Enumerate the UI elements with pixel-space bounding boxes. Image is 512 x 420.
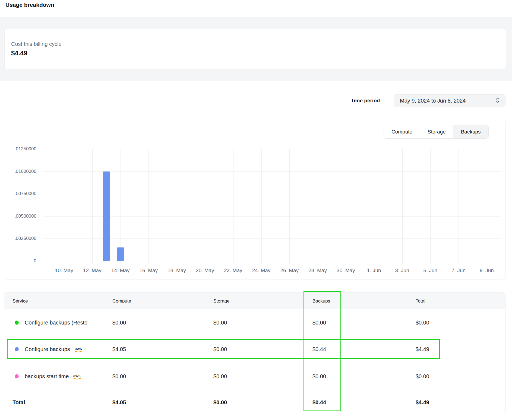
total-compute-value: $4.05 (112, 399, 126, 405)
x-axis-tick-label: 9. Jun (480, 268, 494, 273)
billing-cycle-cost-label: Cost this billing cycle (11, 41, 506, 47)
x-gridline (374, 149, 374, 264)
column-header-storage: Storage (213, 293, 230, 309)
series-color-dot (15, 374, 19, 378)
service-name: backups start timeaws (25, 372, 82, 380)
x-axis-tick-label: 30. May (337, 268, 355, 273)
column-header-compute: Compute (112, 293, 131, 309)
table-row: Configure backupsaws$4.05$0.00$0.44$4.49 (4, 336, 505, 363)
chart-metric-tabs: ComputeStorageBackups (384, 125, 489, 139)
y-gridline (43, 171, 501, 172)
backups-cost-value: $0.44 (312, 346, 326, 352)
total-storage-value: $0.00 (213, 399, 227, 405)
x-axis-tick-label: 1. Jun (367, 268, 381, 273)
column-header-total: Total (416, 293, 425, 309)
bar-13-may (103, 171, 110, 261)
x-axis-tick-label: 5. Jun (423, 268, 437, 273)
series-color-dot (15, 320, 19, 324)
total-backups-value: $0.44 (312, 399, 326, 405)
usage-breakdown-page: { "page": { "title": "Usage breakdown" }… (0, 0, 512, 420)
time-period-value: May 9, 2024 to Jun 8, 2024 (400, 98, 466, 104)
total-total-value: $4.49 (416, 399, 429, 405)
x-gridline (318, 149, 318, 264)
tab-compute[interactable]: Compute (384, 125, 420, 138)
column-header-service: Service (12, 293, 28, 309)
billing-cycle-cost-card: Cost this billing cycle $4.49 (4, 28, 506, 69)
y-gridline (43, 261, 501, 261)
storage-cost-value: $0.00 (213, 346, 227, 352)
svg-text:aws: aws (73, 374, 81, 378)
x-axis-tick-label: 28. May (308, 268, 327, 273)
x-gridline (346, 149, 346, 264)
x-gridline (430, 149, 431, 264)
x-gridline (402, 149, 403, 264)
x-axis-tick-label: 24. May (252, 268, 271, 273)
aws-logo-icon: aws (72, 374, 82, 380)
total-cost-value: $4.49 (416, 346, 429, 352)
compute-cost-value: $0.00 (112, 319, 126, 326)
y-axis-tick-label: .00250000 (4, 236, 36, 241)
table-row: backups start timeaws$0.00$0.00$0.00$0.0… (4, 363, 505, 390)
aws-logo-icon: aws (74, 347, 83, 353)
table-row: Configure backups (Resto$0.00$0.00$0.00$… (4, 309, 505, 336)
y-axis-tick-label: .00500000 (4, 214, 36, 219)
bar-14-may (117, 247, 124, 261)
y-gridline (43, 149, 501, 149)
time-period-select[interactable]: May 9, 2024 to Jun 8, 2024 (394, 94, 505, 107)
x-gridline (261, 149, 262, 264)
y-gridline (43, 238, 501, 239)
compute-cost-value: $0.00 (112, 373, 126, 380)
summary-band: Cost this billing cycle $4.49 (0, 17, 512, 81)
table-header-row: ServiceComputeStorageBackupsTotal (4, 293, 505, 309)
y-axis-tick-label: 0 (4, 258, 36, 264)
x-gridline (121, 149, 121, 264)
y-gridline (43, 194, 501, 194)
x-gridline (148, 149, 149, 264)
x-axis-tick-label: 14. May (111, 268, 130, 273)
service-name: Configure backupsaws (25, 345, 83, 353)
x-axis-tick-label: 7. Jun (451, 268, 466, 273)
page-title: Usage breakdown (5, 2, 54, 8)
select-updown-chevron-icon (495, 97, 500, 104)
backups-cost-value: $0.00 (312, 373, 326, 380)
y-axis-tick-label: .01000000 (4, 169, 36, 174)
x-gridline (233, 149, 233, 264)
y-gridline (43, 216, 501, 217)
svg-text:aws: aws (75, 347, 82, 351)
tab-backups[interactable]: Backups (453, 125, 488, 138)
column-header-backups: Backups (312, 293, 330, 309)
x-gridline (64, 149, 64, 264)
x-axis-tick-label: 10. May (55, 268, 73, 273)
y-axis-tick-label: .00750000 (4, 191, 36, 196)
table-total-row: Total$4.05$0.00$0.44$4.49 (4, 390, 505, 414)
tab-storage[interactable]: Storage (420, 125, 453, 138)
x-axis-tick-label: 18. May (167, 268, 186, 273)
x-axis-tick-label: 26. May (280, 268, 299, 273)
x-axis-tick-label: 22. May (224, 268, 242, 273)
x-gridline (205, 149, 205, 264)
series-color-dot (15, 347, 19, 351)
x-axis-tick-label: 12. May (83, 268, 102, 273)
service-name: Configure backups (Resto (25, 319, 87, 326)
backups-cost-value: $0.00 (312, 319, 326, 326)
storage-cost-value: $0.00 (213, 373, 227, 380)
compute-cost-value: $4.05 (112, 346, 126, 352)
total-cost-value: $0.00 (416, 373, 429, 380)
chart-card: ComputeStorageBackups .01250000.01000000… (4, 120, 505, 279)
x-gridline (459, 149, 459, 264)
total-cost-value: $0.00 (416, 319, 429, 326)
usage-table: ServiceComputeStorageBackupsTotal Config… (4, 292, 505, 414)
time-period-label: Time period (351, 98, 380, 104)
x-gridline (177, 149, 177, 264)
y-axis-tick-label: .01250000 (4, 146, 36, 152)
billing-cycle-cost-value: $4.49 (11, 49, 506, 57)
x-gridline (289, 149, 290, 264)
x-axis-tick-label: 16. May (140, 268, 158, 273)
x-axis-tick-label: 3. Jun (395, 268, 409, 273)
total-row-label: Total (12, 399, 25, 405)
x-axis-tick-label: 20. May (196, 268, 214, 273)
x-gridline (92, 149, 93, 264)
x-gridline (487, 149, 487, 264)
storage-cost-value: $0.00 (213, 319, 227, 326)
